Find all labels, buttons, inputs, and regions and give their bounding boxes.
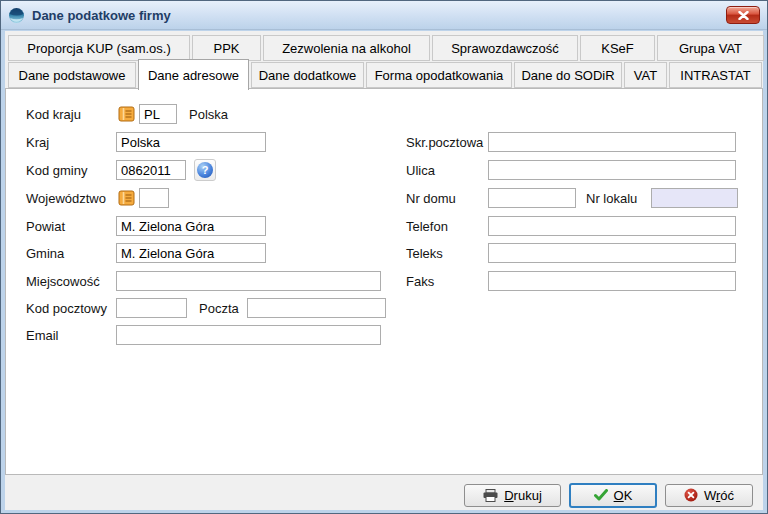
tab-grupa-vat[interactable]: Grupa VAT [657, 35, 764, 61]
powiat-input[interactable] [116, 216, 266, 236]
tab-intrastat[interactable]: INTRASTAT [669, 62, 762, 88]
powiat-label: Powiat [26, 219, 116, 234]
field-row-kod-kraju: Kod kraju Polska [26, 103, 228, 125]
titlebar: Dane podatkowe firmy [1, 1, 767, 30]
gmina-input[interactable] [116, 243, 266, 263]
poczta-label: Poczta [199, 301, 239, 316]
lookup-list-icon [118, 190, 135, 206]
tab-dane-do-sodir[interactable]: Dane do SODiR [514, 62, 622, 88]
close-icon [738, 11, 749, 20]
print-button[interactable]: Drukuj [464, 484, 561, 507]
skr-pocztowa-label: Skr.pocztowa [406, 135, 488, 150]
tab-dane-adresowe[interactable]: Dane adresowe [138, 59, 249, 90]
nr-domu-label: Nr domu [406, 191, 488, 206]
ulica-input[interactable] [488, 160, 736, 180]
telefon-input[interactable] [488, 216, 736, 236]
tab-zezwolenia-na-alkohol[interactable]: Zezwolenia na alkohol [263, 35, 430, 61]
window-title: Dane podatkowe firmy [32, 8, 171, 23]
miejscowosc-input[interactable] [116, 271, 381, 291]
field-row-miejscowosc: Miejscowość [26, 270, 381, 292]
nr-domu-input[interactable] [488, 188, 576, 208]
dialog-window: Dane podatkowe firmy Proporcja KUP (sam.… [0, 0, 768, 514]
kod-gminy-input[interactable] [116, 160, 186, 180]
tab-forma-opodatkowania[interactable]: Forma opodatkowania [366, 62, 512, 88]
tab-ksef[interactable]: KSeF [580, 35, 655, 61]
kraj-label: Kraj [26, 135, 116, 150]
kod-pocztowy-input[interactable] [116, 298, 187, 318]
tab-dane-dodatkowe[interactable]: Dane dodatkowe [251, 62, 364, 88]
nr-lokalu-input[interactable] [651, 188, 738, 208]
dialog-client-area: Proporcja KUP (sam.os.) PPK Zezwolenia n… [5, 31, 763, 510]
ulica-label: Ulica [406, 163, 488, 178]
field-row-powiat: Powiat [26, 215, 266, 237]
tab-vat[interactable]: VAT [624, 62, 667, 88]
tab-strip-top: Proporcja KUP (sam.os.) PPK Zezwolenia n… [8, 35, 766, 61]
faks-label: Faks [406, 274, 488, 289]
tab-proporcja-kup[interactable]: Proporcja KUP (sam.os.) [8, 35, 190, 61]
field-row-faks: Faks [406, 270, 736, 292]
tab-page-dane-adresowe: Kod kraju Polska Kr [5, 88, 763, 475]
miejscowosc-label: Miejscowość [26, 274, 116, 289]
field-row-telefon: Telefon [406, 215, 736, 237]
gmina-label: Gmina [26, 246, 116, 261]
kod-gminy-help-button[interactable]: ? [194, 159, 216, 181]
ok-button-label: OK [614, 488, 633, 503]
faks-input[interactable] [488, 271, 736, 291]
footer-button-bar: Drukuj OK [5, 480, 763, 510]
field-row-kod-gminy: Kod gminy ? [26, 159, 216, 181]
nr-lokalu-label: Nr lokalu [586, 191, 644, 206]
tab-ppk[interactable]: PPK [192, 35, 261, 61]
kod-kraju-input[interactable] [139, 104, 177, 124]
teleks-label: Teleks [406, 246, 488, 261]
close-button[interactable] [726, 6, 760, 24]
printer-icon [483, 489, 498, 502]
field-row-email: Email [26, 324, 381, 346]
teleks-input[interactable] [488, 243, 736, 263]
province-lookup-button[interactable] [116, 189, 136, 207]
back-button[interactable]: Wróć [665, 484, 753, 507]
country-lookup-button[interactable] [116, 105, 136, 123]
field-row-kod-pocztowy: Kod pocztowy Poczta [26, 297, 386, 319]
skr-pocztowa-input[interactable] [488, 132, 736, 152]
globe-icon [8, 7, 25, 24]
field-row-gmina: Gmina [26, 242, 266, 264]
field-row-skr-pocztowa: Skr.pocztowa [406, 131, 736, 153]
kod-kraju-country-name: Polska [189, 107, 228, 122]
field-row-ulica: Ulica [406, 159, 736, 181]
tab-strip-bottom: Dane podstawowe Dane adresowe Dane dodat… [8, 62, 764, 88]
field-row-wojewodztwo: Województwo [26, 187, 169, 209]
lookup-list-icon [118, 106, 135, 122]
field-row-teleks: Teleks [406, 242, 736, 264]
telefon-label: Telefon [406, 219, 488, 234]
ok-button[interactable]: OK [569, 483, 657, 508]
field-row-kraj: Kraj [26, 131, 266, 153]
tab-sprawozdawczosc[interactable]: Sprawozdawczość [432, 35, 578, 61]
print-button-label: Drukuj [504, 488, 542, 503]
help-icon: ? [197, 162, 213, 178]
email-input[interactable] [116, 325, 381, 345]
kod-kraju-label: Kod kraju [26, 107, 116, 122]
field-row-nr-domu: Nr domu Nr lokalu [406, 187, 738, 209]
kod-gminy-label: Kod gminy [26, 163, 116, 178]
check-icon [594, 489, 608, 501]
wojewodztwo-input[interactable] [139, 188, 169, 208]
kraj-input[interactable] [116, 132, 266, 152]
poczta-input[interactable] [247, 298, 386, 318]
wojewodztwo-label: Województwo [26, 191, 116, 206]
kod-pocztowy-label: Kod pocztowy [26, 301, 116, 316]
tab-dane-podstawowe[interactable]: Dane podstawowe [8, 62, 136, 88]
email-label: Email [26, 328, 116, 343]
cancel-icon [684, 488, 698, 502]
back-button-label: Wróć [704, 488, 734, 503]
